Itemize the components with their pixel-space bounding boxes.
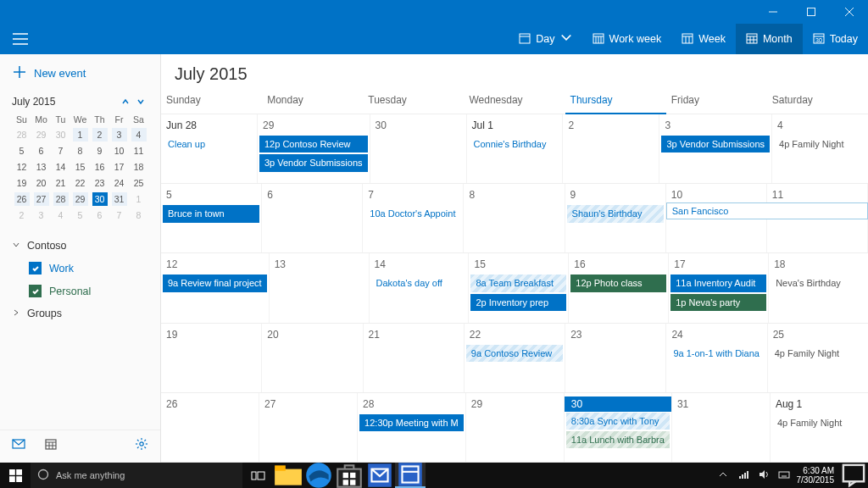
event[interactable]: 11a Inventory Audit (670, 274, 766, 291)
mini-day[interactable]: 27 (31, 191, 51, 207)
mini-day[interactable]: 28 (51, 191, 70, 207)
day-cell[interactable]: 23 (565, 324, 666, 392)
day-cell[interactable]: 30 (370, 114, 467, 183)
event[interactable]: 3p Vendor Submissions (661, 136, 770, 152)
mini-day[interactable]: 3 (31, 207, 51, 223)
day-cell[interactable]: 14Dakota's day off (370, 253, 470, 322)
start-button[interactable] (0, 469, 31, 482)
day-cell[interactable]: 6 (262, 184, 363, 252)
mini-day[interactable]: 6 (90, 207, 109, 223)
mini-day[interactable]: 11 (129, 142, 148, 158)
calendar-icon[interactable] (44, 437, 58, 454)
close-button[interactable] (830, 0, 868, 24)
mini-day[interactable]: 30 (51, 126, 70, 142)
taskbar-app-file-explorer[interactable] (273, 463, 303, 488)
day-cell[interactable]: 31 (672, 393, 771, 462)
event[interactable]: 4p Family Night (772, 414, 866, 431)
mini-day[interactable]: 3 (109, 126, 129, 142)
mini-day[interactable]: 16 (90, 158, 109, 175)
event[interactable]: 4p Family Night (770, 345, 866, 362)
day-cell[interactable]: 2 (563, 114, 659, 183)
mini-day[interactable]: 20 (31, 175, 51, 191)
system-tray[interactable] (710, 469, 797, 482)
view-today-button[interactable]: 30 Today (803, 24, 868, 54)
day-cell[interactable]: 308:30a Sync with Tony11a Lunch with Bar… (565, 393, 672, 462)
mini-day[interactable]: 1 (129, 191, 148, 207)
mini-day[interactable]: 10 (109, 142, 129, 158)
maximize-button[interactable] (792, 0, 830, 24)
day-cell[interactable]: Jul 1Connie's Birthday (467, 114, 564, 183)
day-cell[interactable]: 8 (464, 184, 565, 252)
day-cell[interactable]: 26 (161, 393, 259, 462)
day-cell[interactable]: 710a Doctor's Appoint (363, 184, 464, 252)
day-cell[interactable]: 249a 1-on-1 with Diana (666, 324, 767, 392)
mini-day[interactable]: 21 (51, 175, 70, 191)
day-cell[interactable]: 18Neva's Birthday (769, 253, 868, 322)
mini-day[interactable]: 23 (90, 175, 109, 191)
mini-day[interactable]: 4 (129, 126, 148, 142)
taskbar-app-mail[interactable] (364, 463, 395, 488)
event[interactable]: Neva's Birthday (771, 274, 866, 291)
mini-day[interactable]: 26 (12, 191, 31, 207)
day-cell[interactable]: 20 (262, 324, 363, 392)
mini-day[interactable]: 12 (12, 158, 31, 175)
mini-calendar-next[interactable] (133, 97, 148, 106)
new-event-button[interactable]: New event (0, 54, 160, 92)
mini-day[interactable]: 17 (109, 158, 129, 175)
mini-calendar-prev[interactable] (118, 97, 133, 106)
day-cell[interactable]: 129a Review final project (161, 253, 270, 322)
taskbar-app-edge[interactable] (303, 463, 334, 488)
event[interactable]: 11a Lunch with Barbra (566, 431, 670, 448)
view-workweek-button[interactable]: Work week (582, 24, 672, 54)
view-month-button[interactable]: Month (736, 24, 803, 54)
day-cell[interactable]: 2812:30p Meeting with M (358, 393, 466, 462)
event[interactable]: 8a Team Breakfast (470, 274, 566, 291)
volume-icon[interactable] (758, 469, 770, 482)
mini-day[interactable]: 8 (129, 207, 148, 223)
taskbar-clock[interactable]: 6:30 AM 7/30/2015 (797, 466, 840, 485)
task-view-button[interactable] (242, 463, 273, 488)
mini-day[interactable]: 22 (70, 175, 90, 191)
event[interactable]: 8:30a Sync with Tony (566, 413, 670, 430)
mini-day[interactable]: 25 (129, 175, 148, 191)
gear-icon[interactable] (135, 437, 148, 454)
mini-day[interactable]: 6 (31, 142, 51, 158)
network-icon[interactable] (737, 469, 749, 482)
minimize-button[interactable] (754, 0, 792, 24)
mini-day[interactable]: 24 (109, 175, 129, 191)
day-cell[interactable]: 27 (259, 393, 358, 462)
mini-day[interactable]: 29 (31, 126, 51, 142)
event[interactable]: 2p Inventory prep (470, 294, 566, 311)
mini-day[interactable]: 2 (12, 207, 31, 223)
event[interactable]: 12p Photo class (570, 274, 666, 291)
mini-day[interactable]: 29 (70, 191, 90, 207)
taskbar-app-store[interactable] (334, 463, 364, 488)
day-cell[interactable]: 21 (364, 324, 465, 392)
taskbar-app-calendar[interactable] (395, 463, 426, 488)
day-cell[interactable]: Jun 28Clean up (161, 114, 258, 183)
event[interactable]: 9a Contoso Review (466, 345, 563, 362)
event[interactable]: 1p Neva's party (670, 294, 766, 311)
calendar-work[interactable]: Work (12, 257, 148, 280)
mini-day[interactable]: 19 (12, 175, 31, 191)
mini-day[interactable]: 5 (12, 142, 31, 158)
event[interactable]: Shaun's Birthday (567, 205, 664, 222)
hamburger-button[interactable] (0, 24, 41, 54)
mini-day[interactable]: 1 (70, 126, 90, 142)
event[interactable]: 3p Vendor Submissions (259, 154, 368, 171)
day-cell[interactable]: 2912p Contoso Review3p Vendor Submission… (258, 114, 370, 183)
day-cell[interactable]: 1612p Photo class (569, 253, 669, 322)
mini-day[interactable]: 9 (90, 142, 109, 158)
mini-day[interactable]: 5 (70, 207, 90, 223)
view-day-button[interactable]: Day (509, 24, 581, 54)
day-cell[interactable]: 229a Contoso Review (465, 324, 565, 392)
action-center-button[interactable] (839, 461, 868, 488)
view-week-button[interactable]: Week (671, 24, 736, 54)
day-cell[interactable]: 29 (466, 393, 565, 462)
mini-day[interactable]: 4 (51, 207, 70, 223)
chevron-up-icon[interactable] (717, 469, 729, 482)
mini-day[interactable]: 31 (109, 191, 129, 207)
event[interactable]: Connie's Birthday (469, 136, 561, 152)
day-cell[interactable]: 158a Team Breakfast2p Inventory prep (469, 253, 569, 322)
day-cell[interactable]: 19 (161, 324, 262, 392)
